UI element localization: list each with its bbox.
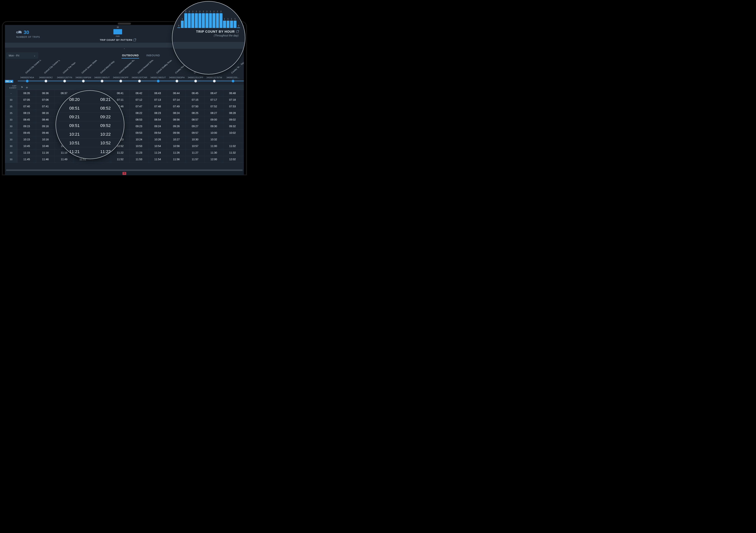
time-cell[interactable]: 08:56 xyxy=(167,117,186,123)
day-range-select[interactable]: Mon - Fri ⌄ xyxy=(6,52,38,59)
time-cell[interactable]: 09:54 xyxy=(148,130,167,136)
stop-dot[interactable] xyxy=(176,80,178,82)
table-row[interactable]: 3011:1511:1611:1911:2211:2311:2411:2611:… xyxy=(5,149,244,156)
time-cell[interactable]: 10:24 xyxy=(130,136,148,143)
time-cell[interactable]: 09:00 xyxy=(204,117,223,123)
time-cell[interactable]: 07:13 xyxy=(148,96,167,103)
time-cell[interactable]: 06:48 xyxy=(223,90,242,96)
time-cell[interactable]: 12:02 xyxy=(223,156,242,163)
stop-column[interactable]: Oxford City Centre Queens Lane340001992K… xyxy=(37,60,55,85)
time-cell[interactable]: 09:27 xyxy=(186,123,204,129)
time-cell[interactable]: 08:57 xyxy=(186,117,204,123)
time-cell[interactable]: 07:12 xyxy=(130,96,148,103)
time-cell[interactable]: 09:46 xyxy=(36,130,55,136)
time-cell[interactable]: 06:42 xyxy=(130,90,148,96)
time-cell[interactable]: 08:22 xyxy=(130,110,148,116)
time-cell[interactable]: 06:47 xyxy=(204,90,223,96)
time-cell[interactable]: 09:24 xyxy=(148,123,167,129)
time-cell[interactable]: 07:50 xyxy=(186,103,204,110)
time-cell[interactable]: 11:23 xyxy=(130,149,148,156)
time-cell[interactable]: 10:53 xyxy=(130,143,148,149)
time-cell[interactable]: 06:37 xyxy=(55,90,73,96)
time-cell[interactable]: 07:49 xyxy=(167,103,186,110)
time-cell[interactable]: 10:56 xyxy=(167,143,186,149)
stop-dot[interactable] xyxy=(101,80,103,82)
time-cell[interactable]: 11:30 xyxy=(204,149,223,156)
stop-dot[interactable] xyxy=(138,80,141,82)
time-cell[interactable]: 09:15 xyxy=(17,123,36,129)
layers-icon[interactable] xyxy=(26,86,28,89)
time-cell[interactable]: 07:15 xyxy=(186,96,204,103)
time-cell[interactable]: 11:22 xyxy=(111,149,130,156)
table-row[interactable]: 3007:0507:0607:1107:1207:1307:1407:1507:… xyxy=(5,96,244,103)
time-cell[interactable]: 09:23 xyxy=(130,123,148,129)
direction-badge[interactable]: OU…▶ xyxy=(5,80,13,83)
time-cell[interactable]: 07:48 xyxy=(148,103,167,110)
time-cell[interactable]: 09:56 xyxy=(167,130,186,136)
external-link-icon[interactable] xyxy=(236,31,238,33)
stop-column[interactable]: Oxford Shelley Road340001196OUT xyxy=(149,60,168,85)
stop-column[interactable]: Oxford Manzil Way340001198OUT xyxy=(93,60,111,85)
stop-dot[interactable] xyxy=(26,80,29,82)
time-cell[interactable]: 07:53 xyxy=(223,103,242,110)
time-cell[interactable]: 10:15 xyxy=(17,136,36,143)
tab-outbound[interactable]: OUTBOUND xyxy=(122,53,139,59)
time-cell[interactable]: 09:30 xyxy=(204,123,223,129)
time-cell[interactable]: 11:26 xyxy=(167,149,186,156)
time-cell[interactable]: 08:54 xyxy=(148,117,167,123)
time-cell[interactable]: 07:52 xyxy=(204,103,223,110)
time-cell[interactable]: 11:56 xyxy=(167,156,186,163)
help-button[interactable]: ? xyxy=(122,172,126,175)
tab-inbound[interactable]: INBOUND xyxy=(146,53,160,59)
time-cell[interactable]: 06:35 xyxy=(17,90,36,96)
time-cell[interactable]: 12:00 xyxy=(204,156,223,163)
stop-column[interactable]: Oxford The Plain340001126TYN xyxy=(55,60,74,85)
stop-column[interactable]: Oxford Howard Street east340001197CNR xyxy=(130,60,149,85)
table-row[interactable]: 3011:4511:4611:4911:5111:5211:5311:5411:… xyxy=(5,156,244,163)
time-cell[interactable]: 10:00 xyxy=(204,130,223,136)
time-cell[interactable]: 10:57 xyxy=(186,143,204,149)
time-cell[interactable]: 08:25 xyxy=(186,110,204,116)
time-cell[interactable]: 10:27 xyxy=(167,136,186,143)
stop-dot[interactable] xyxy=(194,80,197,82)
time-cell[interactable]: 08:15 xyxy=(17,110,36,116)
time-cell[interactable]: 06:43 xyxy=(148,90,167,96)
stop-column[interactable]: Oxford Magdalen Road east340001195OPP xyxy=(111,60,130,85)
time-cell[interactable]: 11:02 xyxy=(223,143,242,149)
time-cell[interactable]: 10:02 xyxy=(223,130,242,136)
stop-dot[interactable] xyxy=(232,80,234,82)
stop-dot[interactable] xyxy=(63,80,66,82)
stop-dot[interactable] xyxy=(157,80,159,82)
time-cell[interactable]: 09:32 xyxy=(223,123,242,129)
stop-dot[interactable] xyxy=(44,80,47,82)
time-cell[interactable]: 10:16 xyxy=(36,136,55,143)
time-cell[interactable]: 10:54 xyxy=(148,143,167,149)
time-cell[interactable]: 11:45 xyxy=(17,156,36,163)
time-cell[interactable]: 07:18 xyxy=(223,96,242,103)
stop-dot[interactable] xyxy=(82,80,85,82)
external-link-icon[interactable] xyxy=(133,39,136,41)
time-cell[interactable]: 11:54 xyxy=(148,156,167,163)
time-cell[interactable]: 10:32 xyxy=(204,136,223,143)
time-cell[interactable]: 11:32 xyxy=(223,149,242,156)
time-cell[interactable]: 08:45 xyxy=(17,117,36,123)
time-cell[interactable]: 10:45 xyxy=(17,143,36,149)
stop-dot[interactable] xyxy=(213,80,216,82)
time-cell[interactable]: 08:24 xyxy=(167,110,186,116)
time-cell[interactable]: 07:17 xyxy=(204,96,223,103)
time-cell[interactable]: 06:45 xyxy=(186,90,204,96)
time-cell[interactable]: 11:46 xyxy=(36,156,55,163)
table-row[interactable]: 3009:1509:1609:2309:2409:2609:2709:3009:… xyxy=(5,123,244,130)
time-cell[interactable]: 09:53 xyxy=(130,130,148,136)
time-cell[interactable]: 09:45 xyxy=(17,130,36,136)
table-row[interactable]: 3508:1508:1608:2208:2308:2408:2508:2708:… xyxy=(5,110,244,117)
table-row[interactable]: 3008:4508:4608:5308:5408:5608:5709:0009:… xyxy=(5,117,244,123)
stop-dot[interactable] xyxy=(120,80,122,82)
time-cell[interactable]: 11:57 xyxy=(186,156,204,163)
stop-column[interactable]: Oxford James Street east340001199PEM xyxy=(74,60,93,85)
time-cell[interactable]: 11:53 xyxy=(130,156,148,163)
time-cell[interactable]: 08:23 xyxy=(148,110,167,116)
time-cell[interactable]: 07:41 xyxy=(36,103,55,110)
time-cell[interactable]: 11:24 xyxy=(148,149,167,156)
table-row[interactable]: 3010:4510:4610:4910:5210:5310:5410:5610:… xyxy=(5,143,244,149)
